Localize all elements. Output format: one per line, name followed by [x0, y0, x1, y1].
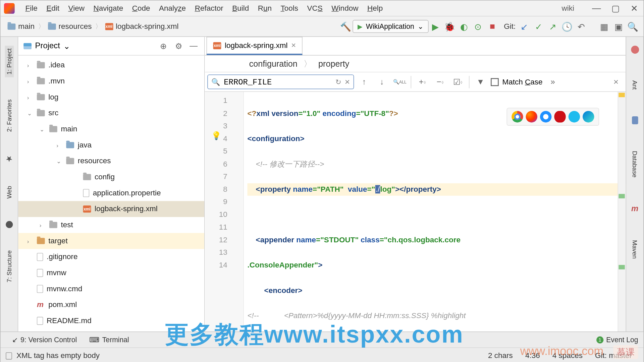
menu-run[interactable]: Run	[254, 4, 276, 12]
panel-terminal[interactable]: ⌨Terminal	[83, 336, 136, 344]
menu-file[interactable]: File	[21, 4, 42, 12]
tree-node-mvnwcmd[interactable]: mvnw.cmd	[18, 281, 204, 297]
crumb-configuration[interactable]: configuration	[249, 59, 298, 68]
find-input-box[interactable]: 🔍 ↻ ×	[207, 74, 354, 89]
menu-vcs[interactable]: VCS	[303, 4, 327, 12]
tree-node-java[interactable]: ›java	[18, 137, 204, 153]
find-history-button[interactable]: ↻	[335, 78, 341, 86]
remove-selection-button[interactable]: −⎀	[433, 74, 448, 89]
safari-icon[interactable]	[540, 111, 551, 122]
ide-settings-button[interactable]: ▦	[597, 19, 611, 34]
maximize-button[interactable]: ▢	[611, 3, 620, 14]
find-prev-button[interactable]: ↑	[357, 74, 372, 89]
status-caret-pos[interactable]: 4:36	[519, 351, 546, 360]
tab-close-button[interactable]: ×	[291, 41, 296, 50]
rail-structure[interactable]: 7: Structure	[6, 250, 13, 283]
tree-node-log[interactable]: ›log	[18, 89, 204, 105]
search-everywhere-button[interactable]: 🔍	[626, 19, 640, 34]
change-marker[interactable]	[619, 265, 625, 269]
breadcrumb-file[interactable]: xmllogback-spring.xml	[102, 21, 182, 32]
git-commit-button[interactable]: ✓	[532, 19, 546, 34]
select-opened-file-button[interactable]: ⊕	[158, 41, 169, 51]
git-push-button[interactable]: ↗	[546, 19, 560, 34]
tree-node-idea[interactable]: ›.idea	[18, 57, 204, 73]
rail-project[interactable]: 1: Project	[5, 46, 13, 77]
editor-code[interactable]: <?xml version="1.0" encoding="UTF-8"?> <…	[244, 92, 626, 331]
rail-maven[interactable]: Maven	[631, 240, 638, 259]
tree-node-target[interactable]: ›target	[18, 233, 204, 249]
tree-node-src[interactable]: ⌄src	[18, 105, 204, 121]
firefox-icon[interactable]	[526, 111, 537, 122]
run-button[interactable]: ▶	[428, 19, 442, 34]
menu-refactor[interactable]: Refactor	[190, 4, 228, 12]
project-tree[interactable]: ›.idea ›.mvn ›log ⌄src ⌄main ›java ⌄reso…	[18, 56, 204, 332]
debug-button[interactable]: 🐞	[442, 19, 457, 34]
breadcrumb-resources[interactable]: resources	[44, 21, 95, 32]
edge-icon[interactable]	[583, 111, 594, 122]
find-close-button[interactable]: ×	[613, 77, 619, 87]
menu-analyze[interactable]: Analyze	[155, 4, 191, 12]
close-button[interactable]: ✕	[631, 3, 638, 14]
status-indent[interactable]: 4 spaces	[546, 351, 589, 360]
tree-node-main[interactable]: ⌄main	[18, 121, 204, 137]
build-button[interactable]: 🔨	[338, 19, 353, 34]
git-pull-button[interactable]: ↙	[517, 19, 531, 34]
run-anything-button[interactable]: ▣	[611, 19, 626, 34]
tree-node-readme[interactable]: README.md	[18, 313, 204, 329]
git-rollback-button[interactable]: ↶	[574, 19, 588, 34]
menu-navigate[interactable]: Navigate	[89, 4, 127, 12]
tree-node-resources[interactable]: ⌄resources	[18, 153, 204, 169]
minimize-button[interactable]: —	[592, 3, 601, 14]
add-selection-button[interactable]: +⎀	[415, 74, 430, 89]
menu-view[interactable]: View	[64, 4, 89, 12]
ie-icon[interactable]	[569, 111, 580, 122]
find-input[interactable]	[224, 77, 332, 86]
intention-bulb-icon[interactable]: 💡	[211, 131, 221, 141]
error-stripe[interactable]	[618, 92, 626, 331]
run-config-selector[interactable]: ▶ WikiApplication ⌄	[353, 20, 428, 33]
panel-version-control[interactable]: ↙9: Version Control	[6, 336, 83, 344]
filter-button[interactable]: ▼	[473, 74, 488, 89]
rail-web[interactable]: Web	[6, 186, 13, 199]
tree-node-config[interactable]: config	[18, 169, 204, 185]
tree-node-logback[interactable]: xmllogback-spring.xml	[18, 201, 204, 217]
rail-ant[interactable]: Ant	[631, 80, 638, 90]
menu-build[interactable]: Build	[228, 4, 254, 12]
panel-hide-button[interactable]: —	[188, 41, 199, 51]
git-history-button[interactable]: 🕓	[560, 19, 574, 34]
change-marker[interactable]	[619, 194, 625, 198]
tree-node-pom[interactable]: mpom.xml	[18, 297, 204, 313]
find-next-button[interactable]: ↓	[374, 74, 389, 89]
lock-icon[interactable]	[6, 352, 12, 359]
stop-button[interactable]: ■	[485, 19, 499, 34]
find-more-button[interactable]: »	[545, 74, 560, 89]
menu-code[interactable]: Code	[128, 4, 155, 12]
match-case-checkbox[interactable]: Match Case	[491, 77, 543, 86]
editor-gutter[interactable]: 1234567891011121314	[205, 92, 244, 331]
coverage-button[interactable]: ◐	[457, 19, 471, 34]
breadcrumb-main[interactable]: main	[4, 21, 38, 32]
menu-tools[interactable]: Tools	[276, 4, 303, 12]
tree-node-mvnw[interactable]: mvnw	[18, 265, 204, 281]
tree-node-test[interactable]: ›test	[18, 217, 204, 233]
crumb-property[interactable]: property	[318, 59, 349, 68]
tree-node-mvn[interactable]: ›.mvn	[18, 73, 204, 89]
rail-favorites[interactable]: 2: Favorites	[6, 100, 13, 132]
tree-node-gitignore[interactable]: .gitignore	[18, 249, 204, 265]
project-view-selector[interactable]: Project ⌄	[23, 41, 70, 51]
editor-tab-logback[interactable]: xml logback-spring.xml ×	[207, 37, 303, 55]
panel-event-log[interactable]: 1 Event Log	[596, 336, 638, 344]
opera-icon[interactable]	[554, 111, 566, 122]
tree-node-appprops[interactable]: application.propertie	[18, 185, 204, 201]
warning-marker[interactable]	[619, 93, 625, 97]
find-all-button[interactable]: 🔍ALL	[392, 74, 407, 89]
select-all-button[interactable]: ☑⎀	[450, 74, 466, 89]
profile-button[interactable]: ⊙	[471, 19, 485, 34]
menu-edit[interactable]: Edit	[42, 4, 64, 12]
menu-help[interactable]: Help	[363, 4, 387, 12]
panel-settings-button[interactable]: ⚙	[173, 41, 184, 51]
status-git-branch[interactable]: Git: master	[589, 351, 638, 360]
find-clear-button[interactable]: ×	[345, 77, 350, 87]
menu-window[interactable]: Window	[327, 4, 363, 12]
chrome-icon[interactable]	[512, 111, 523, 122]
